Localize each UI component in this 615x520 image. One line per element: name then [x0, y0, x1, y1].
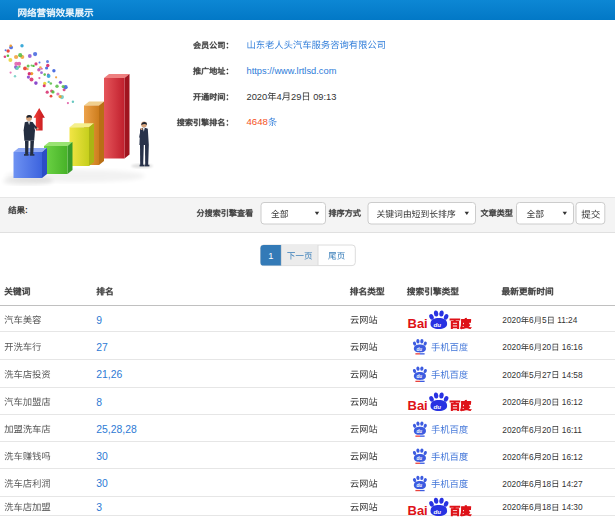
svg-text:Bai: Bai	[408, 398, 428, 413]
svg-text:2020: 2020	[502, 452, 521, 462]
svg-text:2020: 2020	[502, 479, 521, 489]
svg-text:20: 20	[542, 342, 552, 352]
svg-text:Bai: Bai	[408, 316, 428, 331]
svg-text:30: 30	[96, 478, 108, 489]
svg-text:1: 1	[268, 251, 273, 261]
svg-text:du: du	[416, 347, 422, 352]
svg-text:2020: 2020	[247, 92, 268, 102]
svg-text:6: 6	[529, 502, 534, 512]
svg-text:16:11: 16:11	[562, 425, 583, 435]
svg-text:https://www.lrtlsd.com: https://www.lrtlsd.com	[247, 66, 337, 76]
svg-text:4: 4	[277, 92, 282, 102]
svg-text:5: 5	[529, 370, 534, 380]
svg-text:6: 6	[529, 315, 534, 325]
svg-text:2020: 2020	[502, 425, 521, 435]
svg-text:du: du	[434, 403, 442, 410]
svg-text:20: 20	[542, 397, 552, 407]
svg-text:14:58: 14:58	[562, 370, 583, 380]
svg-text:du: du	[416, 483, 422, 488]
svg-text:5: 5	[542, 315, 547, 325]
svg-text:18: 18	[542, 479, 552, 489]
svg-text:27: 27	[96, 342, 108, 353]
svg-text:Bai: Bai	[408, 503, 428, 518]
svg-text:6: 6	[529, 452, 534, 462]
svg-text:2020: 2020	[502, 342, 521, 352]
svg-text:29: 29	[291, 92, 301, 102]
svg-text:11:24: 11:24	[557, 315, 578, 325]
svg-text:16:12: 16:12	[562, 452, 583, 462]
svg-text:2020: 2020	[502, 502, 521, 512]
svg-text:du: du	[434, 321, 442, 328]
svg-text:21,26: 21,26	[96, 369, 122, 380]
svg-text:30: 30	[96, 451, 108, 462]
svg-text:du: du	[416, 374, 422, 379]
svg-text:2020: 2020	[502, 315, 521, 325]
svg-text:8: 8	[96, 397, 102, 408]
svg-text:20: 20	[542, 425, 552, 435]
svg-text:6: 6	[529, 479, 534, 489]
svg-text:16:16: 16:16	[562, 342, 583, 352]
svg-text:14:30: 14:30	[562, 502, 583, 512]
svg-text:6: 6	[529, 342, 534, 352]
svg-text:14:27: 14:27	[562, 479, 583, 489]
svg-text:2020: 2020	[502, 370, 521, 380]
svg-text:09:13: 09:13	[313, 92, 336, 102]
svg-text::: :	[25, 205, 28, 215]
svg-text:3: 3	[96, 502, 102, 513]
svg-text:18: 18	[542, 502, 552, 512]
svg-text:4648: 4648	[247, 116, 268, 127]
svg-text:du: du	[416, 456, 422, 461]
svg-text:du: du	[434, 508, 442, 515]
svg-text:27: 27	[542, 370, 552, 380]
svg-text:16:12: 16:12	[562, 397, 583, 407]
svg-text:20: 20	[542, 452, 552, 462]
svg-text:6: 6	[529, 397, 534, 407]
svg-text:25,28,28: 25,28,28	[96, 424, 137, 435]
svg-text:9: 9	[96, 315, 102, 326]
svg-text:du: du	[416, 429, 422, 434]
svg-text:2020: 2020	[502, 397, 521, 407]
svg-text:6: 6	[529, 425, 534, 435]
